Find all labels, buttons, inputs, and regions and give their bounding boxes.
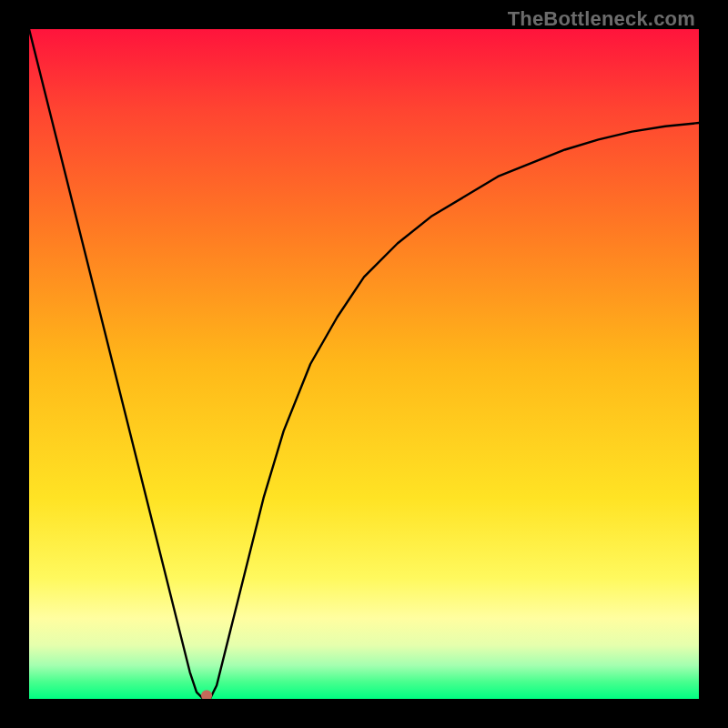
watermark-text: TheBottleneck.com xyxy=(508,7,695,31)
bottleneck-curve-svg xyxy=(29,29,699,699)
plot-area xyxy=(29,29,699,699)
bottleneck-curve xyxy=(29,29,699,699)
chart-frame: TheBottleneck.com xyxy=(0,0,728,728)
optimum-marker xyxy=(201,690,212,699)
